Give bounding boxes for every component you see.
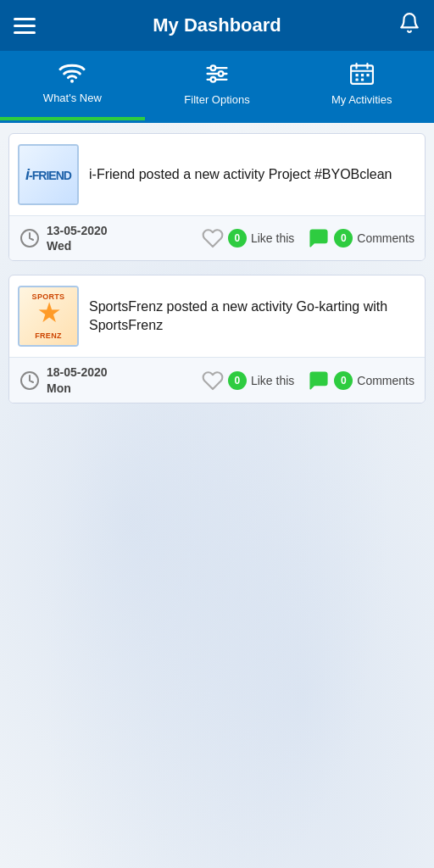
like-button-1[interactable]: 0 Like this (202, 227, 294, 249)
comment-badge-1: 0 (334, 229, 353, 248)
tab-my-activities-label: My Activities (331, 93, 392, 106)
svg-point-5 (219, 71, 224, 76)
clock-icon-1 (19, 228, 40, 248)
filter-icon (203, 62, 231, 90)
comment-label-1: Comments (357, 231, 415, 245)
calendar-icon (348, 62, 376, 90)
activity-card-body-1: i-FRIEND i-Friend posted a new activity … (9, 134, 425, 215)
activity-card-1: i-FRIEND i-Friend posted a new activity … (8, 133, 426, 261)
menu-button[interactable] (14, 18, 36, 34)
tab-bar: What's New Filter Options (0, 51, 434, 123)
svg-point-4 (211, 65, 216, 70)
activity-title-2: SportsFrenz posted a new activity Go-kar… (89, 298, 416, 336)
svg-rect-12 (361, 74, 364, 76)
activity-title-1: i-Friend posted a new activity Project #… (89, 165, 416, 184)
tab-filter-options[interactable]: Filter Options (145, 51, 290, 120)
page-title: My Dashboard (153, 14, 281, 36)
activity-logo-2[interactable]: ★ SPORTS FRENZ (18, 286, 79, 347)
app-header: My Dashboard (0, 0, 434, 51)
svg-rect-11 (355, 74, 358, 76)
activity-logo-1[interactable]: i-FRIEND (18, 144, 79, 205)
notification-bell-icon[interactable] (398, 12, 420, 39)
like-label-1: Like this (251, 231, 294, 245)
date-text-2: 18-05-2020Mon (47, 364, 108, 395)
like-badge-2: 0 (228, 371, 247, 390)
tab-my-activities[interactable]: My Activities (289, 51, 434, 120)
footer-actions-2: 0 Like this 0 Comments (202, 370, 415, 392)
wifi-icon (58, 60, 86, 88)
activity-date-2: 18-05-2020Mon (19, 364, 202, 395)
comment-label-2: Comments (357, 374, 415, 387)
footer-actions-1: 0 Like this 0 Comments (202, 227, 415, 249)
activity-card-body-2: ★ SPORTS FRENZ SportsFrenz posted a new … (9, 275, 425, 357)
like-badge-1: 0 (228, 229, 247, 248)
clock-icon-2 (19, 370, 40, 391)
tab-whats-new-label: What's New (43, 92, 102, 104)
svg-rect-15 (361, 78, 364, 81)
date-text-1: 13-05-2020Wed (47, 223, 108, 253)
activity-footer-2: 18-05-2020Mon 0 Like this 0 Comments (9, 357, 425, 402)
activity-footer-1: 13-05-2020Wed 0 Like this 0 Comments (9, 215, 425, 260)
comment-badge-2: 0 (334, 371, 353, 390)
svg-point-0 (70, 80, 74, 83)
tab-filter-options-label: Filter Options (184, 93, 249, 106)
comment-button-2[interactable]: 0 Comments (308, 370, 415, 392)
content-area: i-FRIEND i-Friend posted a new activity … (0, 123, 434, 427)
comment-button-1[interactable]: 0 Comments (308, 227, 415, 249)
activity-date-1: 13-05-2020Wed (19, 223, 202, 253)
svg-rect-14 (355, 78, 358, 81)
svg-rect-13 (366, 74, 369, 76)
like-button-2[interactable]: 0 Like this (202, 370, 294, 392)
svg-point-6 (211, 77, 216, 82)
tab-whats-new[interactable]: What's New (0, 51, 145, 120)
activity-card-2: ★ SPORTS FRENZ SportsFrenz posted a new … (8, 275, 426, 403)
like-label-2: Like this (251, 374, 294, 387)
